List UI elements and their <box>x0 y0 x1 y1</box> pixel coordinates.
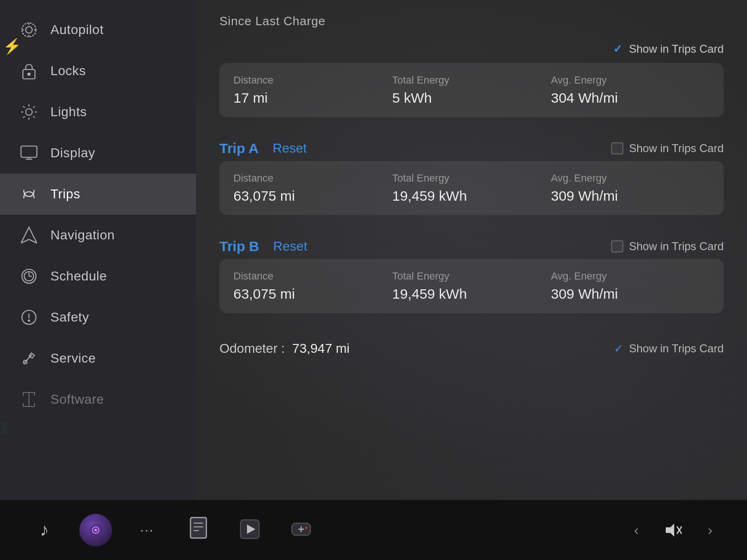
sidebar-item-service-label: Service <box>50 351 96 366</box>
autopilot-icon <box>19 20 39 40</box>
trip-b-title: Trip B <box>219 238 259 254</box>
since-last-charge-distance-label: Distance <box>233 74 392 86</box>
trip-a-distance: Distance 63,075 mi <box>233 172 392 204</box>
since-last-charge-energy-value: 5 kWh <box>392 90 551 106</box>
sidebar-item-software[interactable]: Software <box>0 379 196 420</box>
sidebar-item-safety[interactable]: Safety <box>0 297 196 338</box>
trips-content: Since Last Charge ✓ Show in Trips Card D… <box>196 0 747 499</box>
since-last-charge-card-row: ✓ Show in Trips Card <box>219 38 724 63</box>
svg-point-0 <box>22 23 36 37</box>
trip-a-header: Trip A Reset Show in Trips Card <box>219 131 724 161</box>
trip-b-show-label: Show in Trips Card <box>629 240 724 253</box>
sidebar-item-navigation[interactable]: Navigation <box>0 215 196 256</box>
svg-point-33 <box>94 529 97 532</box>
trip-a-reset-button[interactable]: Reset <box>273 141 307 156</box>
trip-a-avg-energy: Avg. Energy 309 Wh/mi <box>551 172 710 204</box>
trip-a-avg-value: 309 Wh/mi <box>551 188 710 204</box>
trip-b-energy: Total Energy 19,459 kWh <box>392 270 551 302</box>
odometer-check-icon: ✓ <box>614 342 623 355</box>
sidebar-item-display[interactable]: Display <box>0 133 196 174</box>
odometer-show-card: ✓ Show in Trips Card <box>614 342 724 355</box>
schedule-icon <box>19 266 39 287</box>
sidebar-item-lights-label: Lights <box>50 105 87 119</box>
info-icon <box>189 517 208 543</box>
sidebar-item-schedule-label: Schedule <box>50 269 107 284</box>
trip-a-distance-value: 63,075 mi <box>233 188 392 204</box>
odometer-value: 73,947 mi <box>292 341 350 356</box>
trip-a-distance-label: Distance <box>233 172 392 184</box>
trip-b-stats: Distance 63,075 mi Total Energy 19,459 k… <box>219 259 724 313</box>
svg-point-8 <box>26 109 32 115</box>
sidebar: Autopilot Locks <box>0 0 196 499</box>
taskbar-media-button[interactable] <box>233 514 266 546</box>
sidebar-item-trips[interactable]: Trips <box>0 174 196 215</box>
svg-point-7 <box>28 73 30 76</box>
trip-b-toggle[interactable] <box>611 240 623 252</box>
taskbar-music-button[interactable]: ♪ <box>28 514 61 546</box>
odometer-row: Odometer : 73,947 mi ✓ Show in Trips Car… <box>219 327 724 361</box>
since-last-charge-show-label: Show in Trips Card <box>629 42 724 56</box>
since-last-charge-distance-value: 17 mi <box>233 90 392 106</box>
since-last-charge-check-icon: ✓ <box>613 42 622 56</box>
trip-b-energy-value: 19,459 kWh <box>392 286 551 302</box>
trip-a-show-label: Show in Trips Card <box>629 142 724 155</box>
trip-a-section: Trip A Reset Show in Trips Card Distance… <box>219 131 724 215</box>
svg-line-15 <box>33 106 35 108</box>
trip-b-header: Trip B Reset Show in Trips Card <box>219 229 724 259</box>
sidebar-item-lights[interactable]: Lights <box>0 91 196 133</box>
svg-line-16 <box>23 116 25 118</box>
taskbar-more-button[interactable]: ··· <box>131 514 163 546</box>
since-last-charge-stats: Distance 17 mi Total Energy 5 kWh Avg. E… <box>219 63 724 117</box>
taskbar-info-button[interactable] <box>182 514 215 546</box>
since-last-charge-avg-label: Avg. Energy <box>551 74 710 86</box>
trip-b-show-card: Show in Trips Card <box>611 240 724 253</box>
safety-icon <box>19 307 39 328</box>
trip-a-energy: Total Energy 19,459 kWh <box>392 172 551 204</box>
trip-b-reset-button[interactable]: Reset <box>273 239 307 254</box>
odometer-display: Odometer : 73,947 mi <box>219 341 350 356</box>
odometer-show-label: Show in Trips Card <box>629 342 724 355</box>
since-last-charge-energy-label: Total Energy <box>392 74 551 86</box>
trip-a-toggle[interactable] <box>611 142 623 154</box>
trip-a-energy-value: 19,459 kWh <box>392 188 551 204</box>
svg-line-28 <box>24 355 32 363</box>
since-last-charge-section: Since Last Charge ✓ Show in Trips Card D… <box>219 14 724 117</box>
nav-arrows: ‹ <box>627 518 645 543</box>
play-icon <box>240 519 260 541</box>
since-last-charge-avg-value: 304 Wh/mi <box>551 90 710 106</box>
sidebar-item-display-label: Display <box>50 146 95 161</box>
software-icon <box>19 389 39 410</box>
sidebar-item-autopilot-label: Autopilot <box>50 22 104 37</box>
display-icon <box>19 143 39 163</box>
since-last-charge-title: Since Last Charge <box>219 14 724 28</box>
trips-icon <box>19 184 39 204</box>
svg-rect-34 <box>190 518 206 538</box>
svg-marker-45 <box>666 524 674 537</box>
camera-icon <box>79 514 112 546</box>
sidebar-item-locks-label: Locks <box>50 63 86 78</box>
taskbar-camera-button[interactable] <box>79 514 112 546</box>
nav-next-button[interactable]: › <box>701 518 719 543</box>
trip-b-avg-label: Avg. Energy <box>551 270 710 282</box>
navigation-icon <box>19 225 39 245</box>
nav-prev-button[interactable]: ‹ <box>627 518 645 543</box>
svg-point-43 <box>305 526 308 529</box>
trip-a-title: Trip A <box>219 140 259 156</box>
svg-line-14 <box>33 116 35 118</box>
taskbar-games-button[interactable] <box>285 514 317 546</box>
svg-rect-17 <box>21 146 37 157</box>
since-last-charge-energy: Total Energy 5 kWh <box>392 74 551 106</box>
svg-line-13 <box>23 106 25 108</box>
sidebar-item-schedule[interactable]: Schedule <box>0 256 196 297</box>
nav-arrows-right: › <box>701 518 719 543</box>
volume-control[interactable] <box>664 522 683 539</box>
svg-marker-20 <box>21 227 37 243</box>
since-last-charge-avg-energy: Avg. Energy 304 Wh/mi <box>551 74 710 106</box>
sidebar-item-service[interactable]: Service <box>0 338 196 379</box>
trip-a-avg-label: Avg. Energy <box>551 172 710 184</box>
sidebar-item-locks[interactable]: Locks <box>0 50 196 91</box>
trip-b-distance: Distance 63,075 mi <box>233 270 392 302</box>
games-icon <box>290 518 312 542</box>
sidebar-item-autopilot[interactable]: Autopilot <box>0 9 196 50</box>
svg-point-27 <box>28 320 30 322</box>
